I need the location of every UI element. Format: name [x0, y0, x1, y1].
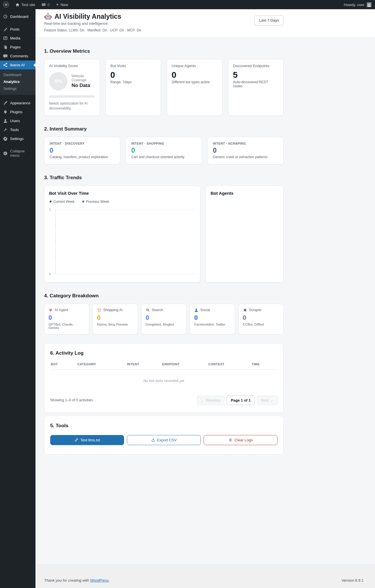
submenu-item-settings[interactable]: Settings — [0, 85, 35, 92]
column-context: CONTEXT — [208, 362, 252, 366]
category-ai-agent-card: AI Agent 0 GPTBot, Claude, Gemini — [44, 304, 89, 334]
category-value: 0 — [243, 315, 279, 321]
stat-value: 5 — [233, 71, 279, 79]
stat-value: 0 — [110, 71, 156, 79]
share-network-icon — [3, 63, 8, 67]
chart-title: Bot Visit Over Time — [49, 191, 196, 196]
gear-icon — [3, 136, 8, 141]
sidebar-item-comments[interactable]: Comments — [0, 52, 35, 60]
new-content-menu[interactable]: + New — [53, 0, 71, 9]
next-page-button[interactable]: Next → — [257, 396, 278, 405]
score-note: Needs optimization for AI discoverabilit… — [49, 101, 95, 111]
brain-icon — [48, 308, 53, 312]
bot-visits-card: Bot Visits 0 Range: 7days — [106, 59, 161, 116]
category-value: 0 — [146, 315, 182, 321]
export-icon — [151, 438, 155, 442]
site-name: Test site — [21, 3, 35, 7]
y-axis-tick-min: 0 — [49, 272, 51, 276]
avatar[interactable] — [367, 2, 372, 7]
score-progress-bar — [49, 95, 95, 98]
stat-sub: Range: 7days — [110, 80, 156, 84]
howdy-text[interactable]: Howdy, user — [344, 3, 364, 7]
trash-icon — [228, 438, 232, 442]
category-label: Social — [200, 308, 210, 312]
category-label: AI Agent — [55, 308, 68, 312]
footer-thanks: Thank you for creating with WordPress. — [44, 578, 110, 583]
page-indicator[interactable]: Page 1 of 1 — [227, 396, 255, 405]
category-value: 0 — [97, 315, 133, 321]
column-bot: BOT — [51, 362, 77, 366]
wordpress-logo-icon: W — [3, 2, 9, 7]
new-label: New — [61, 3, 68, 7]
category-social-card: Social 0 FacebookBot, Twitter — [190, 304, 235, 334]
sidebar-item-users[interactable]: Users — [0, 116, 35, 125]
sidebar-item-appearance[interactable]: Appearance — [0, 99, 35, 107]
home-icon — [15, 3, 20, 7]
collapse-arrow-icon — [3, 151, 8, 156]
legend-current-week[interactable]: Current Week — [50, 200, 75, 204]
column-category: CATEGORY — [77, 362, 127, 366]
overview-cards: AI Visibility Score 0% Website Coverage … — [44, 59, 284, 116]
submenu-item-dashboard[interactable]: Dashboard — [0, 71, 35, 78]
site-menu[interactable]: Test site — [12, 0, 38, 9]
admin-footer: Thank you for creating with WordPress. V… — [35, 564, 375, 588]
intent-label: INTENT · DISCOVERY — [50, 142, 115, 145]
ikaros-submenu: Dashboard Analytics Settings — [0, 69, 35, 95]
page-title: AI Visibility Analytics — [44, 13, 284, 20]
unique-agents-card: Unique Agents 0 Different bot types acti… — [167, 59, 222, 116]
sidebar-item-ikaros-ai[interactable]: Ikaros AI — [0, 60, 35, 69]
sidebar-item-tools[interactable]: Tools — [0, 125, 35, 134]
intent-desc: Generic crawl or extraction patterns — [213, 155, 278, 159]
category-label: Shopping AI — [103, 308, 122, 312]
category-desc: CCBot, Diffbot — [243, 323, 279, 326]
clear-logs-button[interactable]: Clear Logs — [204, 435, 278, 445]
test-llms-button[interactable]: Test llms.txt — [50, 435, 124, 445]
page-subtitle: Real-time bot tracking and intelligence — [44, 21, 284, 26]
showing-count: Showing 1–0 of 0 activities — [50, 398, 93, 402]
comment-count: 0 — [48, 3, 50, 7]
activity-log-card: 6. Activity Log BOT CATEGORY INTENT ENDP… — [44, 343, 284, 413]
wordpress-link[interactable]: WordPress — [90, 578, 109, 583]
category-heading: 4. Category Breakdown — [44, 293, 284, 299]
pagination: ← Previous Page 1 of 1 Next → — [197, 396, 278, 405]
plus-icon: + — [56, 2, 59, 7]
sidebar-item-dashboard[interactable]: Dashboard — [0, 12, 35, 21]
intent-value: 0 — [50, 147, 115, 154]
sidebar-item-pages[interactable]: Pages — [0, 43, 35, 52]
submenu-item-analytics[interactable]: Analytics — [0, 78, 35, 85]
category-label: Scraper — [249, 308, 262, 312]
intent-label: INTENT · SHOPPING — [131, 142, 196, 145]
date-range-selector[interactable]: Last 7 Days — [254, 15, 284, 25]
y-axis-tick-max: 1 — [49, 208, 51, 211]
legend-previous-week[interactable]: Previous Week — [82, 200, 109, 204]
intent-desc: Catalog, manifest, product exploration — [50, 155, 115, 159]
overview-heading: 1. Overview Metrics — [44, 48, 284, 54]
wrench-icon — [3, 127, 8, 132]
intent-label: INTENT · SCRAPING — [213, 142, 278, 145]
previous-page-button[interactable]: ← Previous — [197, 396, 224, 405]
link-icon — [74, 438, 78, 442]
dashboard-icon — [3, 14, 8, 19]
person-icon — [367, 3, 371, 7]
bot-visit-chart-card: Bot Visit Over Time Current Week Previou… — [44, 186, 200, 283]
collapse-menu[interactable]: Collapse menu — [0, 147, 35, 160]
card-label: Unique Agents — [172, 64, 217, 68]
sidebar-item-settings[interactable]: Settings — [0, 134, 35, 143]
sidebar-item-media[interactable]: Media — [0, 34, 35, 43]
export-csv-button[interactable]: Export CSV — [127, 435, 201, 445]
category-desc: GPTBot, Claude, Gemini — [48, 323, 85, 330]
plug-icon — [3, 109, 8, 114]
sidebar-item-posts[interactable]: Posts — [0, 25, 35, 34]
legend-dot — [82, 201, 84, 203]
user-icon — [3, 118, 8, 123]
plot-region — [55, 209, 196, 274]
comments-indicator[interactable]: 0 — [38, 0, 53, 9]
sidebar-item-plugins[interactable]: Plugins — [0, 107, 35, 116]
comment-icon — [3, 54, 8, 58]
feature-status: Feature Status: LLMS: On · Manifest: On … — [44, 28, 284, 32]
chart-legend: Current Week Previous Week — [50, 200, 196, 204]
column-intent: INTENT — [127, 362, 162, 366]
wordpress-logo[interactable]: W — [0, 0, 12, 9]
cart-icon — [97, 308, 101, 312]
brush-icon — [3, 101, 8, 105]
